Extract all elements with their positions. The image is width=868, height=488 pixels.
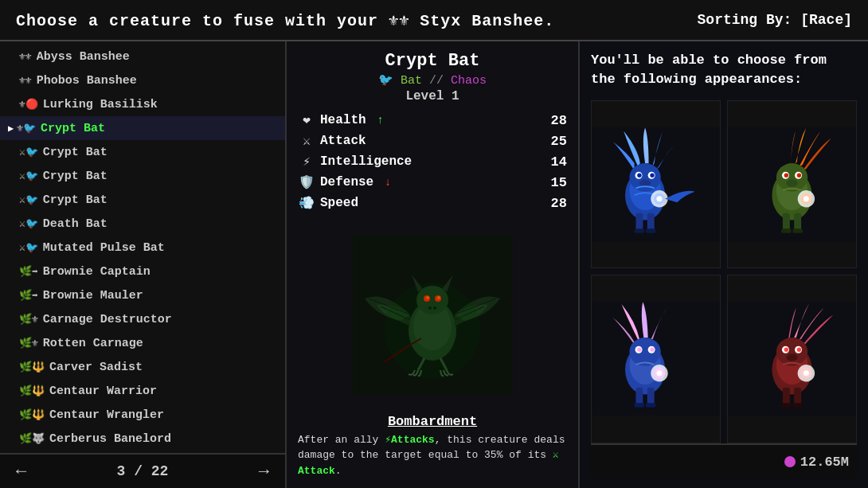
type-sep: // <box>429 74 451 88</box>
creature-item[interactable]: ⚔️🐦 Crypt Bat <box>0 164 285 188</box>
svg-rect-48 <box>792 228 803 232</box>
main-layout: ⚜️⚜️ Abyss Banshee ⚜️⚜️ Phobos Banshee ⚜… <box>0 41 868 488</box>
left-panel: ⚜️⚜️ Abyss Banshee ⚜️⚜️ Phobos Banshee ⚜… <box>0 41 287 488</box>
creature-icons: 🌿⚜️ <box>19 313 38 326</box>
creature-icons: ⚔️🐦 <box>19 241 38 254</box>
svg-point-59 <box>650 348 654 352</box>
stat-arrow: ↓ <box>385 176 391 189</box>
header-title: Choose a creature to fuse with your ⚜️⚜️… <box>16 10 554 30</box>
svg-rect-63 <box>646 404 656 408</box>
page-indicator: 3 / 22 <box>117 463 169 479</box>
stat-row: ⚡ Intelligence 14 <box>298 151 567 172</box>
creature-icons: ⚔️🐦 <box>19 170 38 182</box>
creature-name: Rotten Carnage <box>43 337 143 350</box>
creature-item[interactable]: 🌿➡️ Brownie Captain <box>0 260 285 283</box>
creature-name: Cerberus Banelord <box>49 432 171 446</box>
creature-name: Crypt Bat <box>41 122 105 135</box>
svg-point-23 <box>629 163 660 192</box>
creature-item[interactable]: 🌿🔱 Carver Sadist <box>0 355 285 379</box>
next-arrow[interactable]: → <box>259 462 269 482</box>
svg-point-58 <box>637 348 641 352</box>
svg-point-35 <box>656 196 662 201</box>
creature-item[interactable]: ▶ ⚜️🐦 Crypt Bat <box>0 116 285 140</box>
player-icon: ⚜️⚜️ <box>389 12 420 30</box>
stat-row: 💨 Speed 28 <box>298 193 567 213</box>
svg-rect-79 <box>792 404 803 408</box>
type1: 🐦 Bat <box>378 74 422 88</box>
creature-list: ⚜️⚜️ Abyss Banshee ⚜️⚜️ Phobos Banshee ⚜… <box>0 41 285 453</box>
appearance-top-right[interactable] <box>727 100 857 269</box>
creature-icons: ⚔️🐦 <box>19 146 38 158</box>
player-creature: Styx Banshee. <box>420 12 554 30</box>
creature-item[interactable]: 🌿⚜️ Carnage Destructor <box>0 307 285 331</box>
creature-icons: ⚜️🐦 <box>17 122 36 135</box>
stat-row: 🛡️ Defense ↓ 15 <box>298 172 567 193</box>
creature-name: Lurking Basilisk <box>43 98 158 111</box>
stat-icon: ⚡ <box>298 154 315 170</box>
creature-item[interactable]: ⚔️🐦 Crypt Bat <box>0 140 285 164</box>
stat-row: ⚔️ Attack 25 <box>298 131 567 151</box>
creature-icons: 🌿⚜️ <box>19 337 38 349</box>
ability-section: Bombardment After an ally ⚡Attacks, this… <box>298 414 567 479</box>
svg-point-51 <box>803 196 809 201</box>
creature-name: Phobos Banshee <box>37 74 137 88</box>
creature-item[interactable]: ⚜️⚜️ Phobos Banshee <box>0 68 285 92</box>
stat-icon: ❤️ <box>298 112 315 128</box>
creature-icons: 🌿🔱 <box>19 408 45 421</box>
stat-value: 25 <box>543 134 567 149</box>
selection-arrow: ▶ <box>8 123 14 135</box>
currency-display: 12.65M <box>784 455 849 470</box>
creature-item[interactable]: 🌿🔱 Centaur Warrior <box>0 379 285 403</box>
creature-icons: ⚜️⚜️ <box>19 74 32 87</box>
creature-item[interactable]: 🌿🐺 Cerberus Banelord <box>0 427 285 451</box>
ability-highlight-attack: ⚔ Attack <box>298 449 559 477</box>
creature-item[interactable]: ⚔️🐦 Crypt Bat <box>0 188 285 212</box>
appearance-bottom-right[interactable] <box>727 275 857 443</box>
svg-point-39 <box>776 163 807 192</box>
detail-level: Level 1 <box>298 89 567 103</box>
appearance-top-left[interactable] <box>591 100 721 269</box>
creature-item[interactable]: ⚔️🐦 Mutated Pulse Bat <box>0 236 285 260</box>
creature-name: Carnage Destructor <box>43 313 172 326</box>
creature-icons: 🌿🐺 <box>19 432 45 445</box>
creature-name: Crypt Bat <box>43 146 108 159</box>
bottom-right: 12.65M <box>591 443 857 478</box>
stat-icon: 🛡️ <box>298 174 315 190</box>
svg-point-74 <box>797 348 801 352</box>
stat-arrow: ↑ <box>377 114 383 127</box>
creature-name: Brownie Captain <box>43 265 151 279</box>
type2: Chaos <box>451 74 487 88</box>
creature-icons: ⚜️🔴 <box>19 98 38 111</box>
creature-item[interactable]: 🌿➡️ Brownie Mauler <box>0 283 285 307</box>
creature-item[interactable]: ⚜️⚜️ Abyss Banshee <box>0 45 285 68</box>
svg-rect-61 <box>647 388 655 405</box>
creature-name: Crypt Bat <box>43 170 108 183</box>
creature-icons: ⚔️🐦 <box>19 193 38 206</box>
stat-name: Health ↑ <box>320 113 543 127</box>
creature-item[interactable]: ⚜️🔴 Lurking Basilisk <box>0 92 285 116</box>
stat-value: 28 <box>543 196 567 211</box>
svg-rect-47 <box>781 228 792 232</box>
svg-point-70 <box>776 338 807 366</box>
creature-icons: 🌿➡️ <box>19 289 38 302</box>
svg-rect-60 <box>635 388 643 405</box>
creature-icons: ⚔️🐦 <box>19 217 38 230</box>
detail-name: Crypt Bat <box>298 51 567 71</box>
sort-label: Sorting By: [Race] <box>698 12 852 28</box>
creature-item[interactable]: 🌿⚜️ Rotten Carnage <box>0 331 285 355</box>
creature-item[interactable]: ⚔️🐦 Death Bat <box>0 212 285 236</box>
svg-rect-76 <box>783 388 790 405</box>
svg-rect-31 <box>635 228 645 232</box>
creature-name: Mutated Pulse Bat <box>43 241 165 255</box>
ability-desc: After an ally ⚡Attacks, this creature de… <box>298 432 567 479</box>
prev-arrow[interactable]: ← <box>16 462 26 482</box>
ability-name: Bombardment <box>298 414 567 429</box>
appearance-bottom-left[interactable] <box>591 275 721 443</box>
svg-point-43 <box>797 173 801 177</box>
stat-value: 14 <box>543 154 567 170</box>
svg-point-27 <box>650 173 654 177</box>
header-prefix: Choose a creature to fuse with your <box>16 12 378 30</box>
creature-item[interactable]: 🌿🔱 Centaur Wrangler <box>0 403 285 427</box>
creature-image <box>298 218 567 411</box>
gem-icon <box>784 456 796 467</box>
